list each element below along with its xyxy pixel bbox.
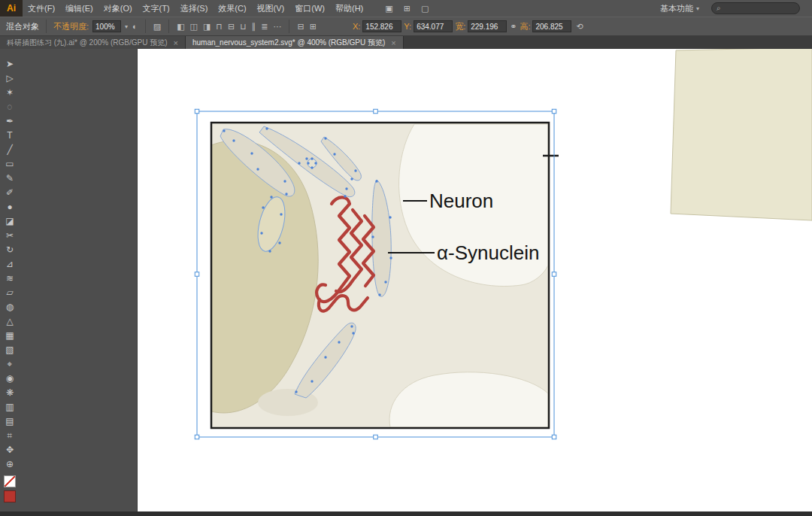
arrange-documents-icon[interactable]: ⊞ xyxy=(404,4,411,14)
separator xyxy=(46,20,47,33)
blend-tool[interactable]: ◉ xyxy=(0,371,20,385)
document-tab-2[interactable]: human_nervous_system2.svg* @ 400% (RGB/G… xyxy=(186,36,404,49)
pen-tool[interactable]: ✒ xyxy=(0,114,20,128)
shape-builder-tool[interactable]: ◍ xyxy=(0,299,20,314)
lasso-tool[interactable]: ◌ xyxy=(0,99,20,114)
menu-item-file[interactable]: 文件(F) xyxy=(23,0,60,17)
distribute-spacing-icon[interactable]: ⊟ xyxy=(296,22,304,32)
scissors-tool[interactable]: ✂ xyxy=(0,228,20,242)
align-right-icon[interactable]: ◨ xyxy=(202,22,211,32)
opacity-input[interactable] xyxy=(92,20,121,32)
line-segment-tool[interactable]: ╱ xyxy=(0,142,20,156)
canvas-area[interactable]: Neuron α-Synuclein xyxy=(138,49,812,511)
selection-tool[interactable]: ➤ xyxy=(0,56,20,71)
align-options-icon[interactable]: ⋯ xyxy=(272,22,282,32)
width-input[interactable] xyxy=(468,20,507,32)
constrain-proportions-icon[interactable]: ⚭ xyxy=(509,22,517,32)
selection-handle[interactable] xyxy=(552,435,556,439)
distribute-vertical-icon[interactable]: ≣ xyxy=(260,22,268,32)
type-tool[interactable]: T xyxy=(0,128,20,142)
menu-item-help[interactable]: 帮助(H) xyxy=(330,0,368,17)
width-label: 宽: xyxy=(455,21,465,32)
stroke-color-swatch[interactable] xyxy=(4,490,16,502)
x-input[interactable] xyxy=(362,20,401,32)
transform-fields: X: Y: 宽: ⚭ 高: xyxy=(353,20,572,32)
chevron-down-icon[interactable]: ▾ xyxy=(125,23,128,30)
eyedropper-tool[interactable]: ⌖ xyxy=(0,357,20,371)
direct-selection-tool[interactable]: ▷ xyxy=(0,71,20,85)
selection-handle[interactable] xyxy=(195,435,199,439)
close-icon[interactable]: × xyxy=(174,38,178,47)
document-tab-title: 科研插图练习 (九).ai* @ 200% (RGB/GPU 预览) xyxy=(7,38,168,48)
workspace-switcher[interactable]: 基本功能 ▾ xyxy=(660,3,699,14)
document-tab-bar: 科研插图练习 (九).ai* @ 200% (RGB/GPU 预览) × hum… xyxy=(0,36,812,49)
align-left-icon[interactable]: ◧ xyxy=(176,22,185,32)
background-artboard-fragment[interactable] xyxy=(671,49,812,220)
opacity-label[interactable]: 不透明度: xyxy=(53,21,89,32)
graphic-style-icon[interactable]: ▨ xyxy=(153,22,162,32)
selection-handle[interactable] xyxy=(552,272,556,277)
menu-bar: Ai 文件(F) 编辑(E) 对象(O) 文字(T) 选择(S) 效果(C) 视… xyxy=(0,0,812,17)
blob-brush-tool[interactable]: ● xyxy=(0,199,20,214)
perspective-grid-tool[interactable]: △ xyxy=(0,314,20,328)
menu-item-select[interactable]: 选择(S) xyxy=(175,0,214,17)
search-input[interactable] xyxy=(724,5,790,13)
height-label: 高: xyxy=(520,21,530,32)
color-swatches xyxy=(4,475,137,502)
selection-handle[interactable] xyxy=(374,109,378,114)
menu-item-window[interactable]: 窗口(W) xyxy=(289,0,330,17)
y-input[interactable] xyxy=(414,20,453,32)
menu-item-edit[interactable]: 编辑(E) xyxy=(60,0,98,17)
synuclein-label[interactable]: α-Synuclein xyxy=(437,241,539,264)
artboard-tool[interactable]: ▤ xyxy=(0,414,20,428)
gradient-tool[interactable]: ▧ xyxy=(0,342,20,357)
document-tab-1[interactable]: 科研插图练习 (九).ai* @ 200% (RGB/GPU 预览) × xyxy=(0,36,186,49)
free-transform-tool[interactable]: ▱ xyxy=(0,285,20,299)
mesh-tool[interactable]: ▦ xyxy=(0,328,20,342)
app-logo-icon[interactable]: Ai xyxy=(0,0,23,17)
neuron-illustration[interactable]: Neuron α-Synuclein xyxy=(211,123,559,428)
rectangle-tool[interactable]: ▭ xyxy=(0,156,20,171)
separator xyxy=(289,20,289,33)
align-to-selection-icon[interactable]: ⊞ xyxy=(309,22,317,32)
hand-tool[interactable]: ✥ xyxy=(0,442,20,457)
transform-rotate-icon[interactable]: ⟲ xyxy=(575,22,583,32)
menu-item-view[interactable]: 视图(V) xyxy=(252,0,290,17)
menu-item-object[interactable]: 对象(O) xyxy=(98,0,138,17)
symbol-sprayer-tool[interactable]: ❋ xyxy=(0,385,20,399)
selection-handle[interactable] xyxy=(552,109,556,114)
document-tab-title: human_nervous_system2.svg* @ 400% (RGB/G… xyxy=(192,38,385,48)
x-label: X: xyxy=(353,22,360,31)
menu-item-type[interactable]: 文字(T) xyxy=(138,0,175,17)
pencil-tool[interactable]: ✐ xyxy=(0,185,20,199)
opacity-mask-icon[interactable]: ◐ xyxy=(132,22,138,31)
align-center-horizontal-icon[interactable]: ◫ xyxy=(189,22,198,32)
scale-tool[interactable]: ⊿ xyxy=(0,256,20,271)
menu-item-effect[interactable]: 效果(C) xyxy=(213,0,251,17)
search-box[interactable]: ⌕ xyxy=(711,2,800,14)
chevron-down-icon: ▾ xyxy=(696,5,699,12)
bridge-icon[interactable]: ▣ xyxy=(385,4,392,14)
selection-handle[interactable] xyxy=(195,272,199,277)
selection-handle[interactable] xyxy=(374,435,378,439)
align-center-vertical-icon[interactable]: ⊟ xyxy=(227,22,235,32)
magic-wand-tool[interactable]: ✶ xyxy=(0,85,20,99)
screen-mode-icon[interactable]: ▢ xyxy=(421,4,429,14)
search-icon: ⌕ xyxy=(717,4,721,13)
paintbrush-tool[interactable]: ✎ xyxy=(0,171,20,185)
eraser-tool[interactable]: ◪ xyxy=(0,214,20,228)
zoom-tool[interactable]: ⊕ xyxy=(0,457,20,471)
height-input[interactable] xyxy=(532,20,571,32)
document-canvas[interactable]: Neuron α-Synuclein xyxy=(138,49,812,511)
selection-handle[interactable] xyxy=(195,109,199,114)
fill-color-swatch[interactable] xyxy=(4,475,16,487)
align-top-icon[interactable]: ⊓ xyxy=(215,22,223,32)
close-icon[interactable]: × xyxy=(391,38,395,47)
slice-tool[interactable]: ⌗ xyxy=(0,428,20,442)
distribute-horizontal-icon[interactable]: ∥ xyxy=(251,22,257,32)
align-bottom-icon[interactable]: ⊔ xyxy=(239,22,247,32)
column-graph-tool[interactable]: ▥ xyxy=(0,399,20,414)
neuron-label[interactable]: Neuron xyxy=(429,190,493,212)
rotate-tool[interactable]: ↻ xyxy=(0,242,20,256)
width-tool[interactable]: ≋ xyxy=(0,271,20,285)
